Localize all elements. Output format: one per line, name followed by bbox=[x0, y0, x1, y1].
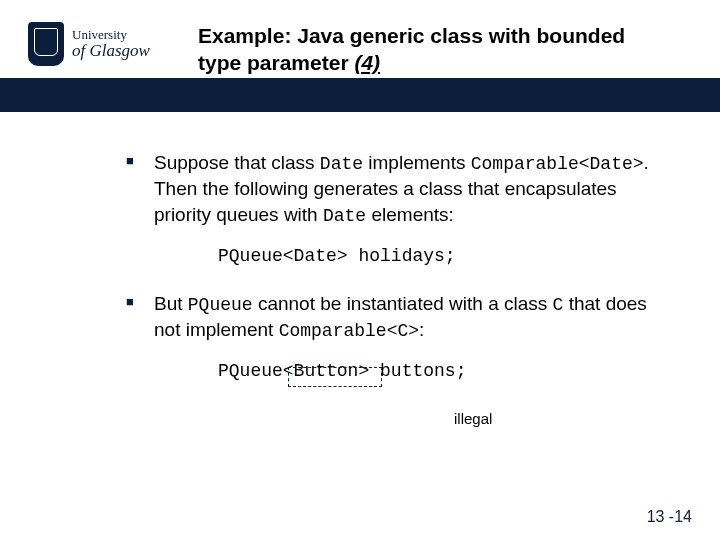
logo-line1: University bbox=[72, 28, 150, 42]
crest-icon bbox=[28, 22, 64, 66]
logo-text: University of Glasgow bbox=[72, 28, 150, 59]
text: implements bbox=[363, 152, 471, 173]
code: Comparable<Date> bbox=[471, 154, 644, 174]
text: But bbox=[154, 293, 188, 314]
text: elements: bbox=[366, 204, 454, 225]
page-number: 13 -14 bbox=[647, 508, 692, 526]
code-block-1: PQueue<Date> holidays; bbox=[218, 244, 665, 268]
header-band bbox=[0, 78, 720, 112]
slide-content: Suppose that class Date implements Compa… bbox=[120, 150, 665, 465]
code-block-2: PQueue<Button> buttons; bbox=[218, 359, 665, 383]
text: : bbox=[419, 319, 424, 340]
university-logo: University of Glasgow bbox=[28, 22, 150, 66]
code: Date bbox=[320, 154, 363, 174]
code: Date bbox=[323, 206, 366, 226]
code: PQueue bbox=[188, 295, 253, 315]
logo-line2: of Glasgow bbox=[72, 42, 150, 60]
bullet-2: But PQueue cannot be instantiated with a… bbox=[120, 291, 665, 444]
bullet-1: Suppose that class Date implements Compa… bbox=[120, 150, 665, 269]
title-suffix: (4) bbox=[354, 51, 380, 74]
text: cannot be instantiated with a class bbox=[253, 293, 553, 314]
slide-title: Example: Java generic class with bounded… bbox=[198, 22, 658, 77]
highlight-box bbox=[288, 367, 382, 387]
title-main: Example: Java generic class with bounded… bbox=[198, 24, 625, 74]
code: Comparable<C> bbox=[279, 321, 419, 341]
annotation-label: illegal bbox=[454, 409, 492, 429]
code: C bbox=[553, 295, 564, 315]
text: Suppose that class bbox=[154, 152, 320, 173]
annotation-wrap: illegal bbox=[218, 393, 665, 443]
